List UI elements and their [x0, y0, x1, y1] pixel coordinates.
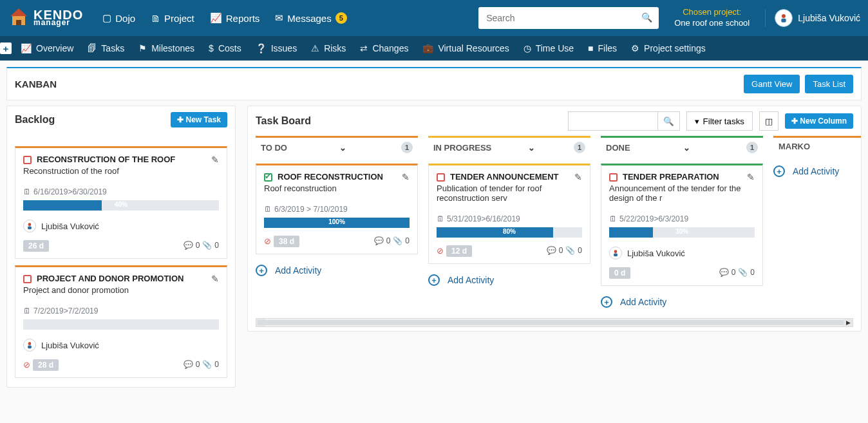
card-dates: 🗓7/2/2019>7/2/2019 [23, 306, 219, 315]
subnav-overview[interactable]: 📈Overview [21, 43, 73, 53]
card-description: Announcement of the tender for the desig… [609, 183, 755, 203]
card-title: RECONSTRUCTION OF THE ROOF [37, 155, 206, 164]
chosen-project[interactable]: Chosen project: One roof one school [674, 7, 750, 29]
column-header[interactable]: MARKO ⌄ [773, 136, 861, 155]
edit-icon[interactable]: ✎ [211, 155, 219, 165]
column-header[interactable]: TO DO ⌄ 1 [256, 136, 418, 157]
column-name: DONE [606, 143, 630, 153]
days-badge: 12 d [446, 245, 472, 257]
calendar-icon: 🗓 [264, 205, 272, 214]
subnav-costs[interactable]: $Costs [209, 43, 241, 53]
subnav-changes[interactable]: ⇄Changes [360, 43, 408, 53]
progress-bar: 30% [609, 227, 755, 238]
task-card[interactable]: PROJECT AND DONOR PROMOTION ✎ Project an… [15, 265, 227, 378]
checkbox-icon[interactable] [23, 156, 32, 164]
subnav-time-use[interactable]: ◷Time Use [524, 43, 574, 53]
subnav-project-settings[interactable]: ⚙Project settings [631, 43, 706, 53]
warning-icon: ⚠ [311, 43, 319, 53]
checkbox-icon[interactable] [23, 275, 32, 283]
board-column: MARKO ⌄ + Add Activity [773, 136, 861, 308]
taskboard-search-button[interactable]: 🔍 [658, 111, 680, 131]
nav-project[interactable]: 🗎 Project [151, 13, 194, 24]
user-menu[interactable]: Ljubiša Vuković [765, 9, 860, 27]
briefcase-icon: 💼 [422, 43, 433, 53]
scroll-thumb[interactable] [258, 320, 851, 325]
add-activity-button[interactable]: + Add Activity [601, 296, 763, 308]
filter-tasks-button[interactable]: ▾ Filter tasks [686, 111, 753, 131]
task-card[interactable]: RECONSTRUCTION OF THE ROOF ✎ Reconstruct… [15, 146, 227, 259]
count-badge: 1 [574, 142, 585, 153]
subnav-tasks[interactable]: 🗐Tasks [88, 43, 124, 53]
add-activity-label: Add Activity [275, 265, 321, 276]
alert-icon: ⊘ [437, 246, 444, 256]
horizontal-scrollbar[interactable]: ◀ ▶ [256, 318, 853, 327]
chevron-down-icon[interactable]: ⌄ [339, 143, 346, 153]
svg-point-3 [782, 14, 786, 18]
task-card[interactable]: ROOF RECONSTRUCTION ✎ Roof reconstructio… [256, 164, 418, 254]
column-header[interactable]: DONE ⌄ 1 [601, 136, 763, 157]
board-column: IN PROGRESS ⌄ 1 TENDER ANNOUNCEMENT ✎ Pu… [428, 136, 590, 308]
subnav-milestones[interactable]: ⚑Milestones [138, 43, 194, 53]
new-task-button[interactable]: ✚ New Task [171, 112, 227, 127]
sub-bar: + 📈Overview 🗐Tasks ⚑Milestones $Costs ❔I… [0, 36, 868, 61]
add-activity-button[interactable]: + Add Activity [773, 165, 861, 177]
chevron-down-icon[interactable]: ⌄ [683, 143, 690, 153]
plus-icon: + [256, 265, 267, 276]
logo[interactable]: KENDO manager [8, 7, 83, 29]
subnav-virtual-resources[interactable]: 💼Virtual Resources [422, 43, 509, 53]
square-icon: ▢ [102, 12, 111, 24]
subnav-label: Virtual Resources [438, 43, 509, 53]
column-header[interactable]: IN PROGRESS ⌄ 1 [428, 136, 590, 157]
checkbox-icon[interactable] [609, 173, 618, 182]
edit-icon[interactable]: ✎ [402, 172, 410, 182]
task-card[interactable]: TENDER ANNOUNCEMENT ✎ Publication of ten… [428, 164, 590, 264]
task-card[interactable]: TENDER PREPARATION ✎ Announcement of the… [601, 164, 763, 286]
search-icon[interactable]: 🔍 [641, 12, 652, 23]
flag-icon: ⚑ [138, 43, 147, 53]
filter-icon: ▾ [695, 117, 699, 126]
chart-icon: 📈 [21, 43, 32, 53]
global-search-input[interactable] [478, 7, 659, 29]
layout-toggle-button[interactable]: ◫ [759, 111, 778, 131]
avatar [775, 9, 793, 27]
subnav-risks[interactable]: ⚠Risks [311, 43, 346, 53]
nav-reports[interactable]: 📈 Reports [210, 12, 260, 24]
add-activity-button[interactable]: + Add Activity [428, 274, 590, 286]
card-dates: 🗓5/22/2019>6/3/2019 [609, 214, 755, 223]
folder-icon: ■ [588, 43, 593, 53]
taskboard-search-input[interactable] [568, 111, 658, 131]
avatar-icon [23, 339, 36, 352]
card-meta: 💬0 📎0 [374, 236, 410, 245]
scroll-right-arrow[interactable]: ▶ [844, 319, 853, 326]
chevron-down-icon[interactable]: ⌄ [528, 143, 535, 153]
checkbox-icon[interactable] [264, 173, 272, 182]
nav-messages[interactable]: ✉ Messages 5 [275, 12, 346, 24]
edit-icon[interactable]: ✎ [574, 172, 582, 182]
subnav-issues[interactable]: ❔Issues [256, 43, 297, 53]
dollar-icon: $ [209, 43, 214, 53]
subnav-label: Risks [324, 43, 346, 53]
task-list-button[interactable]: Task List [805, 75, 853, 93]
edit-icon[interactable]: ✎ [211, 274, 219, 284]
subnav-add-button[interactable]: + [0, 42, 12, 54]
nav-dojo[interactable]: ▢ Dojo [102, 12, 135, 24]
calendar-icon: 🗓 [609, 214, 617, 223]
comment-icon: 💬 [719, 268, 729, 277]
svg-rect-2 [16, 20, 21, 25]
clock-icon: ◷ [524, 43, 531, 53]
new-column-button[interactable]: ✚ New Column [785, 113, 853, 129]
comment-icon: 💬 [547, 246, 556, 255]
add-activity-button[interactable]: + Add Activity [256, 265, 418, 276]
subnav-files[interactable]: ■Files [588, 43, 617, 53]
gantt-view-button[interactable]: Gantt View [744, 75, 800, 93]
checkbox-icon[interactable] [437, 173, 445, 182]
plus-icon: + [773, 165, 785, 177]
edit-icon[interactable]: ✎ [747, 172, 755, 182]
subnav-label: Issues [271, 43, 297, 53]
add-activity-label: Add Activity [620, 297, 666, 307]
top-nav: ▢ Dojo 🗎 Project 📈 Reports ✉ Messages 5 [102, 12, 346, 24]
progress-bar: 40% [23, 200, 219, 211]
avatar-icon [23, 220, 36, 232]
subnav-label: Tasks [101, 43, 124, 53]
assignee: Ljubiša Vuković [23, 339, 219, 352]
